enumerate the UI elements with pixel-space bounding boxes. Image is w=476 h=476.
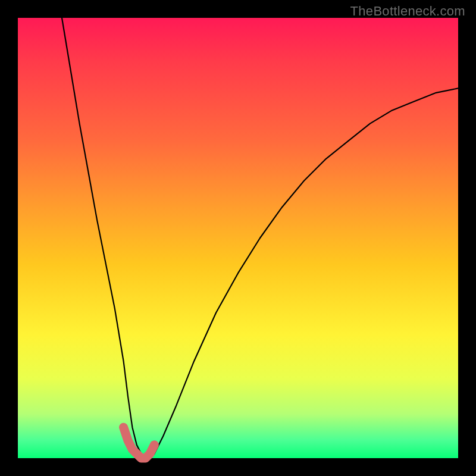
bottleneck-curve-path xyxy=(62,18,458,458)
chart-svg xyxy=(18,18,458,458)
watermark-text: TheBottleneck.com xyxy=(350,4,465,19)
highlight-segment-path xyxy=(124,427,155,458)
outer-frame: TheBottleneck.com xyxy=(0,0,476,476)
